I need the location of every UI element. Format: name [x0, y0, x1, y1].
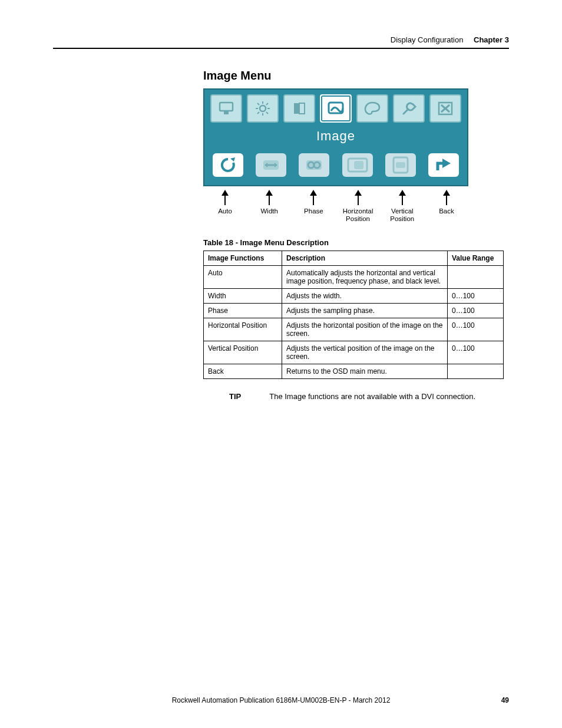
image-menu-table: Image Functions Description Value Range …: [203, 251, 504, 379]
svg-line-8: [266, 112, 268, 114]
table-header-row: Image Functions Description Value Range: [204, 251, 504, 266]
osd-tab-contrast[interactable]: [283, 94, 315, 123]
page-footer: Rockwell Automation Publication 6186M-UM…: [53, 696, 509, 704]
svg-line-7: [257, 103, 259, 105]
arrow-label: Back: [439, 207, 454, 215]
svg-rect-26: [354, 161, 363, 169]
header-chapter: Chapter 3: [474, 35, 509, 44]
table-row: Horizontal PositionAdjusts the horizonta…: [204, 318, 504, 341]
svg-rect-1: [224, 111, 229, 114]
table-row: WidthAdjusts the width.0…100: [204, 289, 504, 304]
phase-icon: [303, 157, 325, 173]
table-caption: Table 18 - Image Menu Description: [203, 238, 509, 247]
osd-bottom-buttons: [210, 152, 461, 178]
osd-arrow-labels: Auto Width Phase HorizontalPosition Vert…: [203, 187, 468, 223]
osd-title: Image: [210, 123, 461, 152]
svg-marker-17: [230, 157, 235, 162]
monitor-icon: [217, 101, 235, 116]
table-row: BackReturns to the OSD main menu.: [204, 364, 504, 379]
osd-tab-brightness[interactable]: [247, 94, 279, 123]
osd-btn-phase[interactable]: [296, 152, 332, 178]
image-icon: [326, 100, 345, 117]
table-row: AutoAutomatically adjusts the horizontal…: [204, 266, 504, 289]
arrow-label: HorizontalPosition: [343, 207, 373, 223]
svg-rect-28: [396, 162, 405, 168]
th-range: Value Range: [448, 251, 504, 266]
th-functions: Image Functions: [204, 251, 282, 266]
svg-rect-0: [220, 103, 233, 111]
page-header: Display Configuration Chapter 3: [53, 35, 509, 49]
arrow-label: VerticalPosition: [390, 207, 414, 223]
arrow-label: Width: [260, 207, 277, 215]
arrow-label: Auto: [218, 207, 232, 215]
back-icon: [433, 156, 454, 174]
section-title: Image Menu: [203, 69, 509, 83]
osd-tab-color[interactable]: [356, 94, 388, 123]
osd-tab-image[interactable]: [320, 94, 352, 123]
osd-top-tabs: [210, 94, 461, 123]
vpos-icon: [389, 156, 412, 174]
contrast-icon: [290, 101, 308, 116]
osd-btn-back[interactable]: [426, 152, 461, 178]
svg-rect-11: [294, 103, 299, 114]
header-section: Display Configuration: [391, 35, 464, 44]
refresh-icon: [218, 156, 238, 174]
svg-rect-12: [299, 103, 305, 114]
width-icon: [260, 157, 282, 173]
tip-block: TIP The Image functions are not availabl…: [203, 392, 509, 401]
footer-publication: Rockwell Automation Publication 6186M-UM…: [172, 696, 391, 704]
arrow-label: Phase: [304, 207, 323, 215]
table-row: Vertical PositionAdjusts the vertical po…: [204, 341, 504, 364]
tip-label: TIP: [229, 392, 241, 401]
hpos-icon: [346, 156, 369, 174]
svg-point-2: [260, 106, 266, 111]
osd-tab-monitor[interactable]: [210, 94, 242, 123]
osd-tab-close[interactable]: [429, 94, 461, 123]
osd-btn-vpos[interactable]: [383, 152, 418, 178]
osd-btn-hpos[interactable]: [340, 152, 375, 178]
close-icon: [437, 101, 454, 116]
osd-panel: Image: [203, 88, 468, 186]
sun-icon: [254, 101, 272, 116]
footer-page-number: 49: [501, 696, 509, 704]
osd-btn-auto[interactable]: [210, 152, 246, 178]
svg-line-9: [266, 103, 268, 105]
svg-line-10: [257, 112, 259, 114]
palette-icon: [363, 101, 381, 116]
osd-btn-width[interactable]: [253, 152, 289, 178]
table-row: PhaseAdjusts the sampling phase.0…100: [204, 304, 504, 318]
svg-marker-29: [442, 159, 451, 168]
th-description: Description: [282, 251, 448, 266]
tip-text: The Image functions are not available wi…: [269, 392, 475, 401]
wrench-icon: [400, 101, 418, 116]
osd-tab-tools[interactable]: [393, 94, 425, 123]
